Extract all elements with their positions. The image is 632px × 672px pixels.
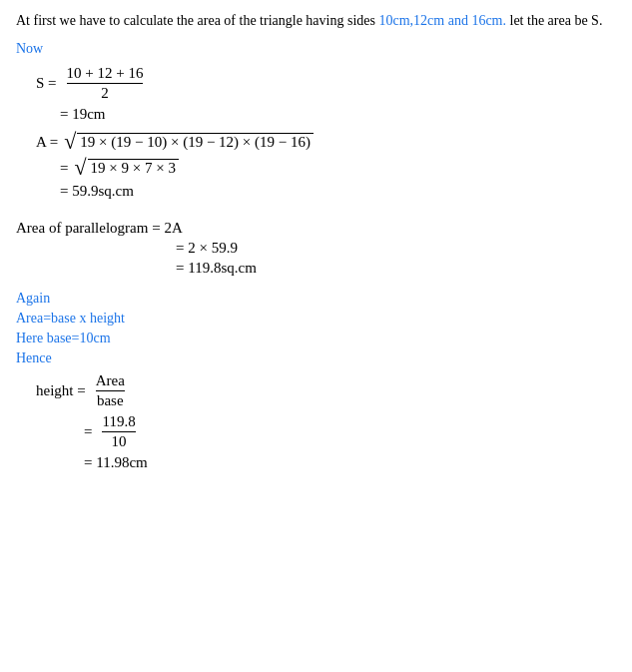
s-lhs: S = bbox=[36, 75, 57, 92]
intro-text-before: At first we have to calculate the area o… bbox=[16, 13, 378, 28]
intro-text-after: let the area be S. bbox=[506, 13, 602, 28]
para-label: Area of parallelogram = 2A bbox=[16, 220, 183, 237]
s-numerator: 10 + 12 + 16 bbox=[67, 65, 144, 84]
intro-highlighted: 10cm,12cm and 16cm. bbox=[378, 13, 506, 28]
height-num2: 119.8 bbox=[102, 413, 135, 432]
para-line3-text: = 119.8sq.cm bbox=[176, 260, 257, 277]
height-eq-line2: = 119.8 10 bbox=[84, 413, 616, 450]
s-equation-line1: S = 10 + 12 + 16 2 bbox=[36, 65, 616, 102]
height-result: = 11.98cm bbox=[84, 454, 148, 471]
a-sqrt: √ 19 × (19 − 10) × (19 − 12) × (19 − 16) bbox=[64, 131, 314, 153]
height-eq-line1: height = Area base bbox=[36, 372, 616, 409]
sqrt-symbol2: √ bbox=[74, 157, 86, 179]
a-sqrt2: √ 19 × 9 × 7 × 3 bbox=[74, 157, 178, 179]
s-result-line: = 19cm bbox=[60, 106, 616, 123]
height-lhs: height = bbox=[36, 382, 86, 399]
para-line1: Area of parallelogram = 2A bbox=[16, 220, 616, 237]
para-line2-text: = 2 × 59.9 bbox=[176, 240, 238, 257]
here-base-label: Here base=10cm bbox=[16, 331, 616, 346]
para-line3: = 119.8sq.cm bbox=[176, 260, 616, 277]
height-den2: 10 bbox=[112, 432, 127, 450]
height-result-line: = 11.98cm bbox=[84, 454, 616, 471]
a-sqrt2-content: 19 × 9 × 7 × 3 bbox=[88, 159, 179, 177]
height-fraction1: Area base bbox=[96, 372, 125, 409]
a-line2-eq: = bbox=[60, 160, 68, 177]
area-base-label: Area=base x height bbox=[16, 311, 616, 327]
s-result: = 19cm bbox=[60, 106, 106, 123]
height-section: height = Area base = 119.8 10 = 11.98cm bbox=[16, 372, 616, 471]
a-equation-line3: = 59.9sq.cm bbox=[60, 183, 616, 200]
now-label: Now bbox=[16, 41, 616, 57]
height-fraction2: 119.8 10 bbox=[102, 413, 135, 450]
a-equation-line1: A = √ 19 × (19 − 10) × (19 − 12) × (19 −… bbox=[36, 131, 616, 153]
para-line2: = 2 × 59.9 bbox=[176, 240, 616, 257]
a-sqrt-content: 19 × (19 − 10) × (19 − 12) × (19 − 16) bbox=[77, 133, 314, 151]
a-equation-line2: = √ 19 × 9 × 7 × 3 bbox=[60, 157, 616, 179]
s-fraction: 10 + 12 + 16 2 bbox=[67, 65, 144, 102]
hence-label: Hence bbox=[16, 350, 616, 366]
height-num1: Area bbox=[96, 372, 125, 391]
intro-paragraph: At first we have to calculate the area o… bbox=[16, 10, 616, 31]
height-den1: base bbox=[97, 391, 124, 409]
s-denominator: 2 bbox=[101, 84, 109, 102]
parallelogram-section: Area of parallelogram = 2A = 2 × 59.9 = … bbox=[16, 220, 616, 277]
again-label: Again bbox=[16, 291, 616, 307]
height-eq2-sign: = bbox=[84, 423, 92, 440]
sqrt-symbol: √ bbox=[64, 131, 76, 153]
a-lhs: A = bbox=[36, 134, 58, 151]
a-result: = 59.9sq.cm bbox=[60, 183, 134, 200]
